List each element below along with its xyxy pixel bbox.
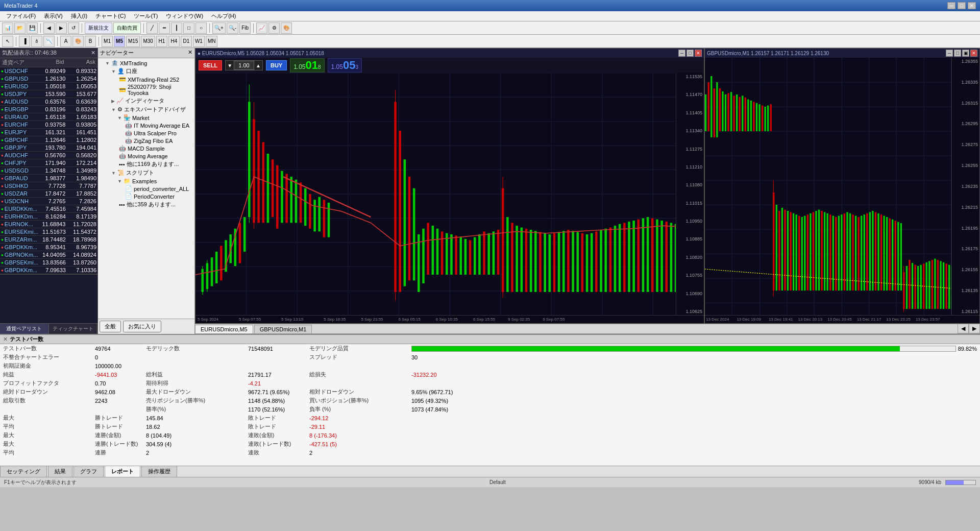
close-button[interactable]: ✕ <box>968 2 976 9</box>
font-btn[interactable]: A <box>60 36 71 47</box>
mn-btn[interactable]: MN <box>206 36 218 47</box>
color2-btn[interactable]: 🎨 <box>72 36 84 47</box>
refresh-btn[interactable]: ↺ <box>68 22 79 34</box>
nav-indicators[interactable]: ▶ 📈 インディケータ <box>99 96 193 105</box>
sec-chart-restore-btn[interactable]: □ <box>954 50 961 57</box>
list-item[interactable]: ●EURCHF0.937580.93805 <box>0 121 97 129</box>
nav-script-period[interactable]: 📄 PeriodConverter <box>99 192 193 200</box>
list-item[interactable]: ●USDHKD7.77287.7787 <box>0 182 97 190</box>
menu-window[interactable]: ウィンドウ(W) <box>162 11 207 21</box>
menu-tools[interactable]: ツール(T) <box>130 11 162 21</box>
nav-more-ea[interactable]: ••• 他に1169 あります... <box>99 160 193 168</box>
nav-ea-macd[interactable]: 🤖 MACD Sample <box>99 144 193 152</box>
tab-eurusd[interactable]: EURUSDmicro,M5 <box>195 325 253 333</box>
new-chart-btn[interactable]: 📊 <box>2 22 13 34</box>
list-item[interactable]: ●EURHKDm...8.162848.17139 <box>0 213 97 221</box>
list-item[interactable]: ●EURAUD1.651181.65183 <box>0 113 97 121</box>
lot-decrease-btn[interactable]: ▼ <box>226 62 234 69</box>
chart-scroll-left[interactable]: ◀ <box>958 324 969 333</box>
secondary-chart-canvas[interactable]: 1.26135 1.26355 1.26335 1.26315 1.26295 … <box>705 58 979 315</box>
bar-chart-btn[interactable]: ▐ <box>19 36 30 47</box>
list-item[interactable]: ●GBPCHF1.126461.12802 <box>0 136 97 144</box>
tab-results[interactable]: 結果 <box>48 466 72 477</box>
list-item[interactable]: ●GBPUSD1.261301.26254 <box>0 75 97 83</box>
list-item[interactable]: ●AUDUSD0.635760.63639 <box>0 98 97 106</box>
fwd-btn[interactable]: ▶ <box>56 22 67 34</box>
d1-btn[interactable]: D1 <box>181 36 192 47</box>
sell-button[interactable]: SELL <box>199 60 222 70</box>
auto-trade-btn[interactable]: 自動売買 <box>113 22 141 34</box>
chart-restore-btn[interactable]: □ <box>687 50 694 57</box>
list-item[interactable]: ●GBPSEKmi...13.8356613.87260 <box>0 259 97 267</box>
candle-btn[interactable]: 🕯 <box>31 36 42 47</box>
ea-btn[interactable]: ⚙ <box>268 22 280 34</box>
lot-increase-btn[interactable]: ▲ <box>254 62 262 69</box>
sec-chart-close-btn[interactable]: ✕ <box>970 50 977 57</box>
list-item[interactable]: ●CHFJPY171.940172.214 <box>0 159 97 167</box>
hline-btn[interactable]: ━ <box>159 22 170 34</box>
back-btn[interactable]: ◀ <box>43 22 55 34</box>
vline-btn[interactable]: ┃ <box>171 22 182 34</box>
list-item[interactable]: ●GBPDKKm...7.096337.10336 <box>0 267 97 275</box>
fibo-btn[interactable]: Fib <box>239 22 251 34</box>
ellipse-btn[interactable]: ○ <box>195 22 207 34</box>
zoom-out-btn[interactable]: 🔍- <box>227 22 238 34</box>
m30-btn[interactable]: M30 <box>141 36 155 47</box>
menu-file[interactable]: ファイル(F) <box>2 11 40 21</box>
bottom-panel-close[interactable]: ✕ <box>3 336 8 343</box>
m15-btn[interactable]: M15 <box>126 36 140 47</box>
chart-minimize-btn[interactable]: ─ <box>678 50 685 57</box>
list-item[interactable]: ●GBPJPY193.780194.041 <box>0 144 97 152</box>
h1-btn[interactable]: H1 <box>156 36 167 47</box>
sec-chart-minimize-btn[interactable]: ─ <box>946 50 953 57</box>
list-item[interactable]: ●EURJPY161.321161.451 <box>0 129 97 136</box>
nav-ea-it-moving-avg[interactable]: 🤖 IT Moving Average EA <box>99 122 193 129</box>
navigator-close[interactable]: ✕ <box>188 49 192 57</box>
tab-gbpusd[interactable]: GBPUSDmicro,M1 <box>254 325 312 333</box>
tab-settings[interactable]: セッティング <box>0 466 47 477</box>
list-item[interactable]: ●EURNOK...11.6884311.72028 <box>0 221 97 228</box>
save-btn[interactable]: 💾 <box>27 22 38 34</box>
m5-btn[interactable]: M5 <box>114 36 125 47</box>
nav-all-btn[interactable]: 全般 <box>100 321 121 332</box>
open-btn[interactable]: 📂 <box>14 22 26 34</box>
nav-scripts[interactable]: ▼ 📜 スクリプト <box>99 168 193 177</box>
nav-ea-zigzag[interactable]: 🤖 ZigZag Fibo EA <box>99 137 193 144</box>
bold-btn[interactable]: B <box>85 36 96 47</box>
list-item[interactable]: ●USDSGD1.347481.34989 <box>0 167 97 175</box>
menu-insert[interactable]: 挿入(I) <box>67 11 91 21</box>
color-btn[interactable]: 🎨 <box>281 22 292 34</box>
list-item[interactable]: ●EURGBP0.831960.83243 <box>0 106 97 113</box>
buy-button[interactable]: BUY <box>266 60 287 70</box>
main-chart-canvas[interactable]: 1.11535 1.11470 1.11405 1.11340 1.11275 … <box>195 73 704 315</box>
list-item[interactable]: ●USDCHF0.892490.89332 <box>0 67 97 75</box>
list-item[interactable]: ●EURSEKmi...11.5167311.54372 <box>0 228 97 236</box>
nav-examples[interactable]: ▼ 📁 Examples <box>99 177 193 185</box>
tab-graph[interactable]: グラフ <box>74 466 104 477</box>
h4-btn[interactable]: H4 <box>168 36 180 47</box>
menu-view[interactable]: 表示(V) <box>40 11 67 21</box>
nav-ea-ma[interactable]: 🤖 Moving Average <box>99 152 193 160</box>
cursor-btn[interactable]: ↖ <box>2 36 13 47</box>
list-item[interactable]: ●USDJPY153.590153.677 <box>0 90 97 98</box>
list-item[interactable]: ●AUDCHF0.567600.56820 <box>0 152 97 159</box>
list-item[interactable]: ●USDCNH7.27657.2826 <box>0 198 97 205</box>
tab-report[interactable]: レポート <box>105 466 140 477</box>
sec-chart-maximize-btn[interactable]: ▣ <box>962 50 969 57</box>
list-item[interactable]: ●EURZARm...18.7448218.78968 <box>0 236 97 244</box>
nav-account-real[interactable]: 💳 XMTrading-Real 252 <box>99 76 193 83</box>
panel-close[interactable]: ✕ <box>91 50 95 56</box>
nav-accounts[interactable]: ▼ 👤 口座 <box>99 67 193 76</box>
lot-input[interactable] <box>234 61 254 70</box>
tab-tick-chart[interactable]: ティックチャート <box>49 324 98 334</box>
zoom-in-btn[interactable]: 🔍+ <box>212 22 226 34</box>
tab-history[interactable]: 操作履歴 <box>141 466 177 477</box>
list-item[interactable]: ●GBPDKKm...8.953418.96739 <box>0 244 97 251</box>
list-item[interactable]: ●EURDKKm...7.455167.45984 <box>0 205 97 213</box>
line-btn[interactable]: ╱ <box>146 22 158 34</box>
chart-scroll-right[interactable]: ▶ <box>969 324 980 333</box>
nav-favorites-btn[interactable]: お気に入り <box>123 321 161 332</box>
nav-xmtrading[interactable]: ▼ 🏦 XMTrading <box>99 59 193 67</box>
list-item[interactable]: ●GBPNOKm...14.0409514.08924 <box>0 251 97 259</box>
nav-script-period-all[interactable]: 📄 period_converter_ALL <box>99 185 193 192</box>
